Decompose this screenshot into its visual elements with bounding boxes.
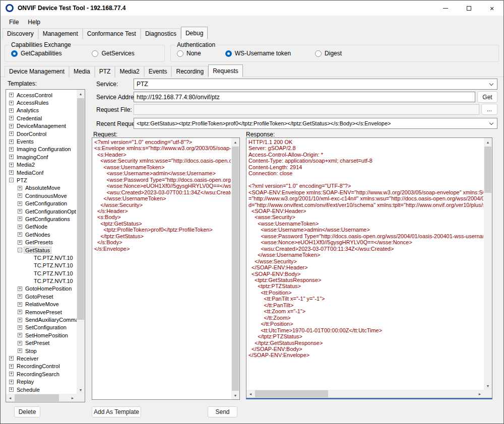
tree-item[interactable]: RemovePreset	[6, 308, 77, 316]
scroll-up-icon[interactable]: ▲	[484, 138, 492, 146]
expander-icon[interactable]	[9, 356, 14, 361]
scroll-right-icon[interactable]: ►	[476, 390, 484, 398]
request-xml[interactable]: <?xml version="1.0" encoding="utf-8"?> <…	[94, 139, 231, 398]
expander-icon[interactable]	[18, 348, 22, 353]
add-as-template-button[interactable]: Add As Template	[92, 406, 141, 417]
maximize-button[interactable]	[457, 1, 480, 16]
tree-item[interactable]: TC.PTZ.NVT.10	[6, 269, 77, 277]
scrollbar-thumb[interactable]	[77, 98, 84, 320]
expander-icon[interactable]	[9, 170, 14, 175]
close-button[interactable]	[480, 1, 503, 16]
tree-item[interactable]: AbsoluteMove	[6, 184, 77, 192]
expander-icon[interactable]	[9, 163, 14, 167]
expander-icon[interactable]	[9, 116, 14, 120]
expander-icon[interactable]	[18, 318, 22, 322]
recent-requests-dropdown[interactable]: <tptz:GetStatus><tptz:ProfileToken>prof0…	[134, 118, 497, 129]
request-vertical-scrollbar[interactable]: ▲ ▼	[231, 138, 239, 399]
scrollbar-thumb[interactable]	[484, 147, 491, 193]
expander-icon[interactable]	[9, 364, 14, 369]
tree-item[interactable]: GetNode	[6, 223, 77, 231]
expander-icon[interactable]	[9, 124, 14, 128]
tree-item[interactable]: Imaging Configuration	[6, 146, 77, 153]
scrollbar-thumb[interactable]	[232, 147, 239, 391]
expander-icon[interactable]	[18, 209, 22, 214]
tree-item[interactable]: SetPreset	[6, 339, 77, 347]
tree-item[interactable]: Analytics	[6, 107, 77, 114]
expander-icon[interactable]	[18, 201, 22, 206]
scroll-left-icon[interactable]: ◄	[246, 390, 255, 398]
main-tab[interactable]: Discovery	[3, 28, 38, 39]
scroll-down-icon[interactable]: ▼	[77, 386, 85, 394]
response-xml[interactable]: HTTP/1.1 200 OK Server: gSOAP/2.8 Access…	[248, 139, 483, 389]
expander-icon[interactable]	[9, 139, 14, 144]
expander-icon[interactable]	[18, 287, 22, 291]
response-viewer[interactable]: HTTP/1.1 200 OK Server: gSOAP/2.8 Access…	[246, 137, 492, 398]
debug-tab[interactable]: Events	[144, 66, 172, 77]
tree-item[interactable]: ImagingConf	[6, 153, 77, 161]
expander-icon[interactable]	[9, 131, 14, 136]
tree-item[interactable]: GetConfigurations	[6, 215, 77, 223]
send-button[interactable]: Send	[208, 406, 237, 417]
radio-option[interactable]: WS-Username token	[225, 50, 291, 57]
main-tab[interactable]: Debug	[181, 27, 208, 39]
tree-item[interactable]: SetHomePosition	[6, 331, 77, 339]
tree-item[interactable]: TC.PTZ.NVT.10	[6, 254, 77, 261]
tree-vertical-scrollbar[interactable]: ▲ ▼	[77, 90, 85, 394]
scroll-right-icon[interactable]: ►	[69, 394, 77, 402]
tree-item[interactable]: GotoPreset	[6, 293, 77, 300]
debug-tab[interactable]: Media2	[115, 66, 144, 77]
tree-item[interactable]: Events	[6, 137, 77, 145]
tree-item[interactable]: GetStatus	[6, 246, 77, 254]
main-tab[interactable]: Diagnostics	[141, 28, 181, 39]
debug-tab[interactable]: Requests	[208, 64, 243, 77]
expander-icon[interactable]	[18, 225, 22, 229]
menu-file[interactable]: File	[5, 17, 23, 28]
get-button[interactable]: Get	[477, 91, 497, 103]
scroll-up-icon[interactable]: ▲	[77, 90, 85, 98]
tree-item[interactable]: GetConfiguration	[6, 199, 77, 207]
debug-tab[interactable]: PTZ	[95, 66, 115, 77]
expander-icon[interactable]	[18, 193, 22, 198]
tree-item[interactable]: TC.PTZ.NVT.10	[6, 262, 77, 269]
expander-icon[interactable]	[18, 294, 22, 299]
tree-item[interactable]: PTZ	[6, 176, 77, 184]
expander-icon[interactable]	[9, 147, 14, 152]
tree-item[interactable]: ContinuousMove	[6, 192, 77, 199]
tree-item[interactable]: DoorControl	[6, 130, 77, 137]
radio-option[interactable]: None	[177, 50, 201, 57]
tree-item[interactable]: RelativeMove	[6, 301, 77, 308]
debug-tab[interactable]: Device Management	[5, 66, 69, 77]
scrollbar-thumb[interactable]	[15, 394, 59, 401]
expander-icon[interactable]	[9, 101, 14, 105]
expander-icon[interactable]	[9, 380, 14, 384]
request-editor[interactable]: <?xml version="1.0" encoding="utf-8"?> <…	[92, 137, 240, 400]
response-horizontal-scrollbar[interactable]: ◄ ►	[246, 390, 484, 398]
scroll-down-icon[interactable]: ▼	[231, 391, 239, 399]
request-file-input[interactable]	[134, 104, 479, 115]
tree-item[interactable]: SendAuxiliaryComma	[6, 316, 77, 323]
main-tab[interactable]: Conformance Test	[83, 28, 141, 39]
tree-item[interactable]: Schedule	[6, 386, 77, 393]
tree-item[interactable]: GetPresets	[6, 238, 77, 246]
delete-button[interactable]: Delete	[14, 406, 40, 417]
response-vertical-scrollbar[interactable]: ▲ ▼	[484, 138, 492, 390]
expander-icon[interactable]	[9, 155, 14, 159]
tree-item[interactable]: Receiver	[6, 355, 77, 362]
expander-icon[interactable]	[9, 178, 14, 182]
service-dropdown[interactable]: PTZ	[134, 79, 497, 90]
expander-icon[interactable]	[18, 232, 22, 237]
tree-item[interactable]: Media2	[6, 161, 77, 169]
expander-icon[interactable]	[18, 302, 22, 307]
tree-item[interactable]: GetConfigurationOpt	[6, 207, 77, 215]
expander-icon[interactable]	[18, 248, 22, 252]
tree-item[interactable]: SetConfiguration	[6, 324, 77, 331]
expander-icon[interactable]	[18, 217, 22, 221]
expander-icon[interactable]	[18, 341, 22, 345]
expander-icon[interactable]	[9, 387, 14, 392]
menu-help[interactable]: Help	[23, 17, 45, 28]
tree-item[interactable]: RecordingControl	[6, 363, 77, 370]
tree-item[interactable]: Replay	[6, 378, 77, 385]
tree-item[interactable]: AccessRules	[6, 99, 77, 106]
radio-option[interactable]: GetCapabilities	[11, 50, 61, 57]
debug-tab[interactable]: Media	[69, 66, 95, 77]
